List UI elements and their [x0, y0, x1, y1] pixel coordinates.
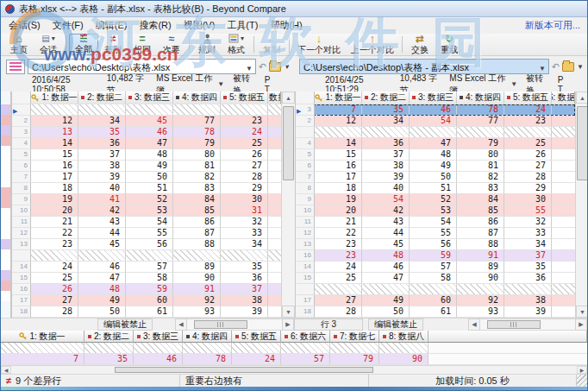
cell[interactable]: 36: [504, 273, 552, 284]
toolbar-button-reload[interactable]: ↻重载: [435, 34, 464, 55]
cell[interactable]: 26: [221, 149, 268, 161]
cell[interactable]: 49: [126, 161, 173, 172]
cell[interactable]: 24: [221, 127, 268, 138]
cell[interactable]: 25: [221, 138, 268, 149]
cell[interactable]: 32: [504, 217, 552, 228]
cell[interactable]: 13: [31, 127, 78, 138]
detail-missing-cell[interactable]: [134, 343, 183, 354]
cell[interactable]: 17: [315, 172, 362, 183]
left-browse-folder-icon[interactable]: [269, 62, 281, 72]
table-row[interactable]: 51537488026: [12, 149, 281, 161]
cell[interactable]: 23: [315, 239, 362, 250]
cell[interactable]: 47: [362, 273, 410, 284]
cell[interactable]: 18: [31, 183, 78, 194]
table-row[interactable]: 172749609238: [12, 295, 281, 306]
cell[interactable]: 81: [173, 161, 221, 172]
cell[interactable]: 40: [362, 183, 410, 194]
cell-partial[interactable]: [552, 228, 575, 239]
toolbar-button-home[interactable]: ⌂主页: [4, 34, 34, 55]
cell[interactable]: 46: [362, 262, 410, 273]
cell[interactable]: 61: [126, 306, 173, 318]
cell[interactable]: 50: [362, 306, 410, 318]
cell[interactable]: 88: [457, 239, 504, 250]
cell[interactable]: 28: [315, 306, 362, 318]
cell[interactable]: 51: [126, 183, 173, 194]
missing-row-cell[interactable]: [410, 284, 457, 295]
cell[interactable]: 38: [362, 161, 410, 172]
cell[interactable]: 38: [78, 161, 126, 172]
resize-grip[interactable]: [577, 375, 587, 387]
cell[interactable]: 81: [457, 161, 504, 172]
column-header[interactable]: 1: 数据一: [315, 91, 362, 104]
cell[interactable]: 24: [31, 262, 78, 273]
cell[interactable]: 29: [221, 183, 268, 194]
table-row[interactable]: 132345568834: [12, 239, 281, 250]
table-row[interactable]: ▶: [12, 104, 281, 116]
cell[interactable]: 32: [221, 217, 268, 228]
cell[interactable]: 58: [410, 273, 457, 284]
missing-row-cell[interactable]: [362, 127, 410, 138]
detail-value-cell[interactable]: 79: [330, 354, 379, 365]
dropdown-caret-icon[interactable]: ▾: [241, 34, 244, 44]
detail-value-cell[interactable]: 57: [281, 354, 330, 365]
cell-partial[interactable]: [268, 205, 281, 217]
detail-column-header[interactable]: 4: 数据四: [183, 331, 232, 343]
table-row[interactable]: 3▶735467824: [296, 104, 575, 116]
cell-partial[interactable]: [552, 149, 575, 161]
cell[interactable]: 33: [504, 228, 552, 239]
column-header[interactable]: 4: 数据四: [457, 91, 504, 104]
cell-partial[interactable]: [268, 273, 281, 284]
cell[interactable]: 49: [362, 295, 410, 306]
detail-missing-cell[interactable]: [183, 343, 232, 354]
cell-partial[interactable]: [552, 104, 575, 116]
left-path-input[interactable]: C:\Users\echo\Desktop\表格.xlsx ▼: [28, 59, 256, 74]
missing-row-cell[interactable]: [268, 104, 281, 116]
missing-row-cell[interactable]: [457, 127, 504, 138]
cell[interactable]: 54: [126, 217, 173, 228]
cell[interactable]: 25: [31, 273, 78, 284]
cell[interactable]: 83: [457, 183, 504, 194]
cell[interactable]: 47: [126, 138, 173, 149]
right-horizontal-scrollbar[interactable]: ◀ ▶: [468, 318, 587, 331]
cell[interactable]: 30: [504, 194, 552, 205]
cell[interactable]: 36: [221, 273, 268, 284]
cell-partial[interactable]: [268, 172, 281, 183]
cell[interactable]: 90: [173, 273, 221, 284]
cell-partial[interactable]: [552, 172, 575, 183]
cell[interactable]: 82: [457, 172, 504, 183]
table-row[interactable]: 102042538531: [12, 205, 281, 217]
detail-column-header[interactable]: 7: 数据七: [330, 331, 379, 343]
cell[interactable]: 20: [31, 205, 78, 217]
detail-missing-cell[interactable]: [1, 343, 84, 354]
cell[interactable]: 49: [410, 161, 457, 172]
table-row[interactable]: 152547589036: [296, 273, 575, 284]
cell[interactable]: 48: [362, 250, 410, 262]
cell[interactable]: 36: [362, 138, 410, 149]
cell[interactable]: 20: [315, 205, 362, 217]
right-path-dropdown-icon[interactable]: ▼: [539, 62, 546, 74]
table-row[interactable]: 31335467824: [12, 127, 281, 138]
missing-row-cell[interactable]: [78, 104, 126, 116]
update-available-link[interactable]: 新版本可用...: [525, 19, 580, 32]
cell[interactable]: 79: [173, 138, 221, 149]
detail-missing-cell[interactable]: [330, 343, 379, 354]
table-row[interactable]: [296, 284, 575, 295]
cell[interactable]: 55: [126, 228, 173, 239]
cell[interactable]: 86: [173, 217, 221, 228]
cell[interactable]: 90: [457, 273, 504, 284]
table-row[interactable]: 81840518329: [296, 183, 575, 194]
detail-missing-cell[interactable]: [84, 343, 134, 354]
cell[interactable]: 93: [173, 306, 221, 318]
cell[interactable]: 50: [410, 172, 457, 183]
cell[interactable]: 19: [315, 194, 362, 205]
detail-value-cell[interactable]: 24: [232, 354, 281, 365]
cell-partial[interactable]: [268, 217, 281, 228]
cell[interactable]: 91: [457, 250, 504, 262]
right-browse-folder-icon[interactable]: [562, 62, 574, 72]
detail-value-cell[interactable]: 46: [134, 354, 183, 365]
toolbar-button-swap[interactable]: ⇄交换: [405, 34, 435, 55]
column-header[interactable]: 3: 数据三: [410, 91, 457, 104]
cell-partial[interactable]: [268, 127, 281, 138]
cell[interactable]: 36: [78, 138, 126, 149]
toolbar-button-format[interactable]: ▾格式: [222, 34, 251, 55]
